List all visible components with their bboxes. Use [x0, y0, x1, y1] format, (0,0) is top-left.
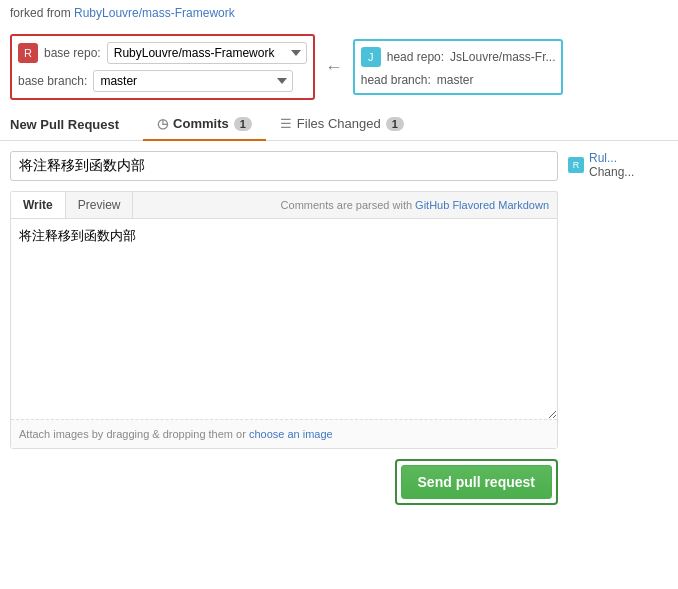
- tab-files-changed[interactable]: ☰ Files Changed 1: [266, 108, 418, 141]
- head-branch-value: master: [437, 73, 474, 87]
- pull-request-form: Write Preview Comments are parsed with G…: [10, 151, 558, 505]
- base-avatar-icon: R: [18, 43, 38, 63]
- attach-note: Attach images by dragging & dropping the…: [11, 419, 557, 448]
- arrow-icon: ←: [315, 57, 353, 78]
- description-textarea[interactable]: 将注释移到函数内部: [11, 219, 557, 419]
- forked-from-link[interactable]: RubyLouvre/mass-Framework: [74, 6, 235, 20]
- reviewer-link[interactable]: Rul...: [589, 151, 617, 165]
- base-repo-selector: R base repo: RubyLouvre/mass-Framework b…: [10, 34, 315, 100]
- description-wrapper: 将注释移到函数内部 Attach images by dragging & dr…: [10, 218, 558, 449]
- reviewer-change-text: Chang...: [589, 165, 634, 179]
- base-repo-row: R base repo: RubyLouvre/mass-Framework: [18, 42, 307, 64]
- base-branch-label: base branch:: [18, 74, 87, 88]
- head-repo-label: head repo:: [387, 50, 444, 64]
- files-changed-label: Files Changed: [297, 116, 381, 131]
- reviewer-info: Rul... Chang...: [589, 151, 634, 179]
- title-input[interactable]: [10, 151, 558, 181]
- head-avatar-icon: J: [361, 47, 381, 67]
- head-branch-row: head branch: master: [361, 73, 556, 87]
- markdown-note-text: Comments are parsed with: [281, 199, 416, 211]
- commits-badge: 1: [234, 117, 252, 131]
- tabs-bar: New Pull Request ◷ Commits 1 ☰ Files Cha…: [0, 108, 678, 141]
- files-changed-badge: 1: [386, 117, 404, 131]
- head-repo-value: JsLouvre/mass-Fr...: [450, 50, 555, 64]
- head-repo-selector: J head repo: JsLouvre/mass-Fr... head br…: [353, 39, 564, 95]
- repo-selectors-area: R base repo: RubyLouvre/mass-Framework b…: [0, 26, 678, 108]
- forked-from-text: forked from: [10, 6, 74, 20]
- tab-commits[interactable]: ◷ Commits 1: [143, 108, 266, 141]
- commits-label: Commits: [173, 116, 229, 131]
- base-repo-select[interactable]: RubyLouvre/mass-Framework: [107, 42, 307, 64]
- head-branch-label: head branch:: [361, 73, 431, 87]
- tab-new-pull-request[interactable]: New Pull Request: [10, 109, 133, 140]
- attach-text: Attach images by dragging & dropping the…: [19, 428, 249, 440]
- tab-write[interactable]: Write: [11, 192, 66, 218]
- write-preview-tabs: Write Preview: [11, 192, 133, 218]
- commits-icon: ◷: [157, 116, 168, 131]
- markdown-note: Comments are parsed with GitHub Flavored…: [273, 193, 557, 217]
- base-branch-row: base branch: master: [18, 70, 307, 92]
- base-repo-label: base repo:: [44, 46, 101, 60]
- head-repo-row: J head repo: JsLouvre/mass-Fr...: [361, 47, 556, 67]
- sidebar: R Rul... Chang...: [568, 151, 668, 505]
- write-preview-header: Write Preview Comments are parsed with G…: [10, 191, 558, 218]
- send-pull-request-button[interactable]: Send pull request: [401, 465, 552, 499]
- files-changed-icon: ☰: [280, 116, 292, 131]
- choose-image-link[interactable]: choose an image: [249, 428, 333, 440]
- base-branch-select[interactable]: master: [93, 70, 293, 92]
- markdown-flavored-link[interactable]: GitHub Flavored Markdown: [415, 199, 549, 211]
- forked-from-bar: forked from RubyLouvre/mass-Framework: [0, 0, 678, 26]
- main-content-area: Write Preview Comments are parsed with G…: [0, 141, 678, 515]
- tab-preview[interactable]: Preview: [66, 192, 134, 218]
- submit-area: Send pull request: [10, 459, 558, 505]
- reviewer-avatar-icon: R: [568, 157, 584, 173]
- submit-wrapper: Send pull request: [395, 459, 558, 505]
- reviewer-item: R Rul... Chang...: [568, 151, 668, 179]
